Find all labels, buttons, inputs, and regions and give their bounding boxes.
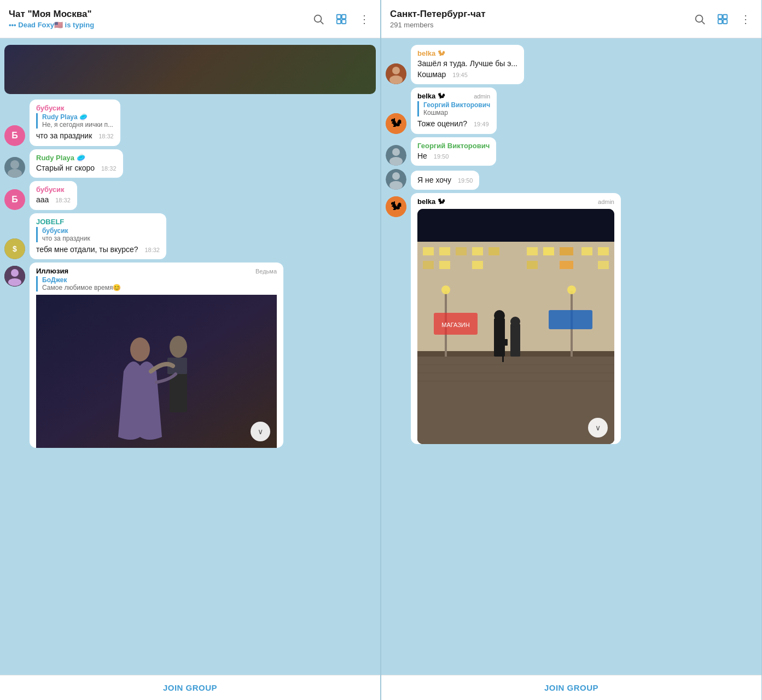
message-text: что за праздник 18:32 (36, 131, 114, 142)
right-more-icon[interactable]: ⋮ (738, 12, 753, 26)
svg-rect-56 (598, 261, 609, 269)
role-tag: admin (474, 93, 490, 100)
message-time: 18:32 (98, 133, 114, 139)
table-row: Rudy Playa 🥏 Старый нг скоро 18:32 (4, 149, 376, 178)
table-row: 🐿 belka 🐿 admin (386, 193, 757, 444)
message-bubble: belka 🐿 Зашёл я туда. Лучше бы э... Кошм… (411, 45, 524, 84)
right-header-title-block: Санкт-Петербург-чат 291 members (390, 9, 486, 29)
sender-name: Rudy Playa 🥏 (36, 154, 117, 162)
svg-rect-4 (337, 19, 341, 23)
svg-point-26 (392, 67, 400, 74)
svg-rect-55 (560, 261, 573, 269)
svg-rect-48 (560, 247, 573, 255)
message-bubble: belka 🐿 admin Георгий Викторович Кошмар … (411, 88, 497, 134)
left-more-icon[interactable]: ⋮ (357, 12, 371, 26)
avatar (4, 157, 25, 178)
svg-rect-45 (488, 247, 499, 255)
svg-point-27 (389, 75, 403, 84)
svg-rect-44 (472, 247, 483, 255)
svg-point-12 (8, 278, 21, 286)
svg-point-15 (130, 337, 150, 361)
left-chat-panel: Чат "Моя Москва" ••• Dead Foxy🇺🇸 is typi… (0, 0, 381, 700)
svg-rect-24 (723, 19, 727, 23)
message-text: тебя мне отдали, ты вкурсе? 18:32 (36, 244, 160, 255)
avatar: Б (4, 125, 25, 146)
table-row: Б бубусик Rudy Playa 🥏 Не, я сегодня иич… (4, 100, 376, 146)
svg-text:$: $ (13, 244, 17, 253)
right-join-bar: JOIN GROUP (381, 675, 761, 700)
left-header: Чат "Моя Москва" ••• Dead Foxy🇺🇸 is typi… (0, 0, 380, 38)
sender-name: бубусик (36, 185, 71, 194)
message-text: Зашёл я туда. Лучше бы э... (417, 59, 517, 69)
reply-author: БоДжек (42, 276, 277, 284)
left-layout-icon[interactable] (334, 12, 348, 26)
reply-block: Rudy Playa 🥏 Не, я сегодня иички п... (36, 113, 114, 129)
svg-point-34 (392, 172, 400, 180)
svg-rect-53 (472, 261, 483, 269)
left-join-button[interactable]: JOIN GROUP (8, 683, 373, 692)
message-time: 19:45 (452, 72, 468, 78)
svg-text:🐿: 🐿 (391, 200, 402, 212)
sender-name: Иллюзия Ведьма (36, 267, 277, 275)
svg-text:🐿: 🐿 (391, 117, 402, 129)
svg-rect-3 (342, 14, 346, 18)
right-chat-panel: Санкт-Петербург-чат 291 members ⋮ (381, 0, 762, 700)
right-join-button[interactable]: JOIN GROUP (389, 683, 754, 692)
reply-text: Не, я сегодня иички п... (42, 121, 114, 129)
right-header-icons: ⋮ (693, 12, 753, 26)
svg-rect-42 (439, 247, 450, 255)
reply-text: что за праздник (42, 235, 160, 242)
right-search-icon[interactable] (693, 12, 707, 26)
right-messages-area: belka 🐿 Зашёл я туда. Лучше бы э... Кошм… (381, 38, 761, 675)
sender-name: belka 🐿 admin (417, 197, 614, 206)
role-tag: admin (598, 199, 614, 205)
right-header: Санкт-Петербург-чат 291 members ⋮ (381, 0, 761, 38)
table-row: Б бубусик ааа 18:32 (4, 181, 376, 210)
message-image: ∨ (36, 295, 277, 448)
svg-rect-58 (417, 357, 614, 444)
message-time: 18:32 (55, 197, 71, 203)
sender-name: бубусик (36, 104, 114, 112)
avatar (386, 63, 406, 84)
left-header-icons: ⋮ (311, 12, 371, 26)
svg-rect-74 (549, 310, 592, 329)
avatar: 🐿 (386, 113, 406, 134)
svg-point-32 (389, 157, 403, 166)
svg-rect-2 (337, 14, 341, 18)
right-layout-icon[interactable] (716, 12, 730, 26)
message-text: Тоже оценил? 19:49 (417, 119, 490, 130)
avatar: $ (4, 238, 25, 259)
svg-point-31 (392, 148, 400, 156)
svg-rect-51 (423, 261, 434, 269)
table-row: 🐿 belka 🐿 admin Георгий Викторович Кошма… (386, 88, 757, 134)
message-bubble: Я не хочу 19:50 (411, 171, 479, 190)
svg-point-7 (8, 169, 22, 178)
svg-point-69 (441, 285, 450, 294)
svg-rect-22 (723, 14, 727, 18)
sender-name: belka 🐿 (417, 49, 517, 57)
svg-rect-43 (456, 247, 467, 255)
message-bubble: JOBELF бубусик что за праздник тебя мне … (30, 213, 166, 260)
message-text: ааа 18:32 (36, 195, 71, 206)
message-time: 18:32 (144, 247, 160, 253)
message-time: 19:49 (474, 121, 489, 127)
left-top-image-strip (4, 45, 376, 94)
message-bubble: Rudy Playa 🥏 Старый нг скоро 18:32 (30, 149, 123, 178)
reply-author: бубусик (42, 227, 160, 235)
message-bubble: belka 🐿 admin (411, 193, 621, 444)
sender-name: belka 🐿 admin (417, 92, 490, 100)
table-row: Георгий Викторович Не 19:50 (386, 137, 757, 166)
svg-text:МАГАЗИН: МАГАЗИН (441, 322, 469, 328)
message-text: Не 19:50 (417, 151, 490, 162)
svg-rect-49 (581, 247, 592, 255)
sender-name: JOBELF (36, 218, 160, 226)
reply-block: Георгий Викторович Кошмар (417, 101, 490, 116)
svg-rect-64 (510, 324, 520, 357)
message-time: 19:50 (458, 177, 473, 184)
left-header-title-block: Чат "Моя Москва" ••• Dead Foxy🇺🇸 is typi… (9, 9, 94, 29)
svg-rect-54 (527, 261, 538, 269)
right-members-count: 291 members (390, 21, 486, 29)
left-search-icon[interactable] (311, 12, 325, 26)
reply-block: БоДжек Самое любимое время😊 (36, 276, 277, 291)
message-time: 18:32 (101, 165, 117, 172)
